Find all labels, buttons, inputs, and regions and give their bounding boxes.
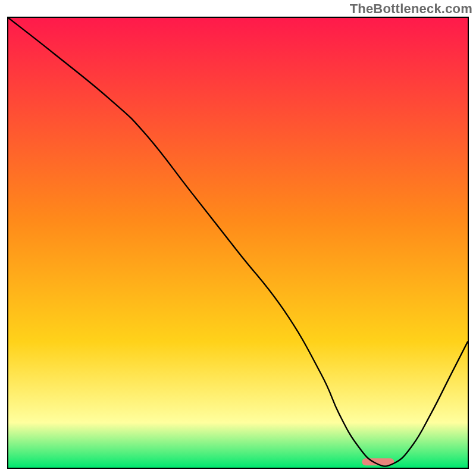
watermark-label: TheBottleneck.com	[350, 1, 472, 17]
bottleneck-curve	[8, 18, 468, 468]
chart-container: TheBottleneck.com	[0, 0, 476, 476]
plot-area	[7, 17, 469, 469]
